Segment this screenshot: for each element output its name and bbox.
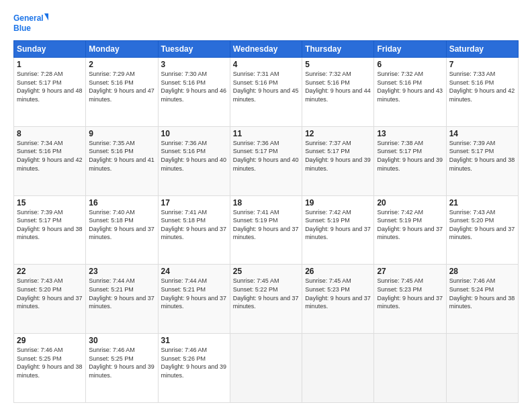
col-header-wednesday: Wednesday	[230, 41, 302, 58]
calendar-cell: 24 Sunrise: 7:44 AMSunset: 5:21 PMDaylig…	[158, 265, 230, 334]
calendar-cell: 29 Sunrise: 7:46 AMSunset: 5:25 PMDaylig…	[14, 334, 86, 403]
week-row-1: 1 Sunrise: 7:28 AMSunset: 5:17 PMDayligh…	[14, 58, 519, 127]
day-number: 9	[89, 129, 154, 138]
day-number: 29	[17, 336, 83, 345]
day-number: 11	[233, 129, 299, 138]
logo: General Blue	[13, 11, 48, 35]
page: General Blue SundayMondayTuesdayWednesda…	[0, 0, 532, 411]
calendar-cell: 26 Sunrise: 7:45 AMSunset: 5:23 PMDaylig…	[302, 265, 374, 334]
calendar-cell	[446, 334, 518, 403]
week-row-2: 8 Sunrise: 7:34 AMSunset: 5:16 PMDayligh…	[14, 126, 519, 195]
calendar-cell	[230, 334, 302, 403]
day-info: Sunrise: 7:42 AMSunset: 5:19 PMDaylight:…	[377, 209, 443, 241]
day-number: 17	[161, 198, 227, 208]
calendar-cell: 21 Sunrise: 7:43 AMSunset: 5:20 PMDaylig…	[446, 195, 518, 265]
day-info: Sunrise: 7:29 AMSunset: 5:16 PMDaylight:…	[89, 71, 154, 103]
calendar-cell: 6 Sunrise: 7:32 AMSunset: 5:16 PMDayligh…	[374, 58, 446, 127]
day-info: Sunrise: 7:46 AMSunset: 5:24 PMDaylight:…	[449, 277, 515, 310]
day-number: 1	[17, 60, 83, 69]
day-number: 10	[161, 129, 227, 138]
calendar-cell: 4 Sunrise: 7:31 AMSunset: 5:16 PMDayligh…	[230, 58, 302, 127]
calendar-cell: 18 Sunrise: 7:41 AMSunset: 5:19 PMDaylig…	[230, 195, 302, 265]
logo-icon: General Blue	[13, 11, 48, 35]
day-info: Sunrise: 7:42 AMSunset: 5:19 PMDaylight:…	[305, 209, 371, 241]
calendar-cell: 2 Sunrise: 7:29 AMSunset: 5:16 PMDayligh…	[86, 58, 158, 127]
calendar-cell: 7 Sunrise: 7:33 AMSunset: 5:16 PMDayligh…	[446, 58, 518, 127]
day-number: 31	[161, 336, 227, 345]
day-info: Sunrise: 7:44 AMSunset: 5:21 PMDaylight:…	[161, 277, 227, 310]
col-header-friday: Friday	[374, 41, 446, 58]
col-header-monday: Monday	[86, 41, 158, 58]
day-info: Sunrise: 7:45 AMSunset: 5:23 PMDaylight:…	[305, 277, 371, 310]
day-number: 6	[377, 60, 443, 69]
day-info: Sunrise: 7:30 AMSunset: 5:16 PMDaylight:…	[161, 71, 227, 103]
day-info: Sunrise: 7:28 AMSunset: 5:17 PMDaylight:…	[17, 71, 83, 103]
day-info: Sunrise: 7:46 AMSunset: 5:26 PMDaylight:…	[161, 347, 227, 379]
day-info: Sunrise: 7:35 AMSunset: 5:16 PMDaylight:…	[89, 140, 154, 172]
calendar-cell: 28 Sunrise: 7:46 AMSunset: 5:24 PMDaylig…	[446, 265, 518, 334]
calendar-cell: 27 Sunrise: 7:45 AMSunset: 5:23 PMDaylig…	[374, 265, 446, 334]
day-info: Sunrise: 7:36 AMSunset: 5:16 PMDaylight:…	[161, 140, 227, 172]
day-info: Sunrise: 7:46 AMSunset: 5:25 PMDaylight:…	[89, 347, 154, 379]
svg-marker-2	[44, 13, 48, 23]
day-info: Sunrise: 7:36 AMSunset: 5:17 PMDaylight:…	[233, 140, 299, 172]
calendar-cell: 13 Sunrise: 7:38 AMSunset: 5:17 PMDaylig…	[374, 126, 446, 195]
calendar-cell: 1 Sunrise: 7:28 AMSunset: 5:17 PMDayligh…	[14, 58, 86, 127]
calendar-cell: 30 Sunrise: 7:46 AMSunset: 5:25 PMDaylig…	[86, 334, 158, 403]
day-number: 12	[305, 129, 371, 138]
day-info: Sunrise: 7:43 AMSunset: 5:20 PMDaylight:…	[17, 277, 83, 310]
day-number: 15	[17, 198, 83, 208]
calendar-cell: 14 Sunrise: 7:39 AMSunset: 5:17 PMDaylig…	[446, 126, 518, 195]
calendar-cell: 22 Sunrise: 7:43 AMSunset: 5:20 PMDaylig…	[14, 265, 86, 334]
col-header-thursday: Thursday	[302, 41, 374, 58]
day-number: 2	[89, 60, 154, 69]
calendar-cell: 10 Sunrise: 7:36 AMSunset: 5:16 PMDaylig…	[158, 126, 230, 195]
day-info: Sunrise: 7:34 AMSunset: 5:16 PMDaylight:…	[17, 140, 83, 172]
week-row-4: 22 Sunrise: 7:43 AMSunset: 5:20 PMDaylig…	[14, 265, 519, 334]
day-number: 22	[17, 267, 83, 276]
day-number: 8	[17, 129, 83, 138]
calendar-cell: 23 Sunrise: 7:44 AMSunset: 5:21 PMDaylig…	[86, 265, 158, 334]
day-number: 20	[377, 198, 443, 208]
day-number: 26	[305, 267, 371, 276]
day-info: Sunrise: 7:38 AMSunset: 5:17 PMDaylight:…	[377, 140, 443, 172]
week-row-5: 29 Sunrise: 7:46 AMSunset: 5:25 PMDaylig…	[14, 334, 519, 403]
day-number: 16	[89, 198, 154, 208]
calendar-cell: 11 Sunrise: 7:36 AMSunset: 5:17 PMDaylig…	[230, 126, 302, 195]
day-number: 24	[161, 267, 227, 276]
calendar-cell: 9 Sunrise: 7:35 AMSunset: 5:16 PMDayligh…	[86, 126, 158, 195]
header: General Blue	[13, 11, 519, 35]
calendar-cell: 5 Sunrise: 7:32 AMSunset: 5:16 PMDayligh…	[302, 58, 374, 127]
day-number: 5	[305, 60, 371, 69]
calendar-cell: 31 Sunrise: 7:46 AMSunset: 5:26 PMDaylig…	[158, 334, 230, 403]
day-number: 18	[233, 198, 299, 208]
day-number: 7	[449, 60, 515, 69]
day-number: 19	[305, 198, 371, 208]
col-header-sunday: Sunday	[14, 41, 86, 58]
day-number: 3	[161, 60, 227, 69]
calendar-cell: 8 Sunrise: 7:34 AMSunset: 5:16 PMDayligh…	[14, 126, 86, 195]
day-number: 4	[233, 60, 299, 69]
calendar-cell: 19 Sunrise: 7:42 AMSunset: 5:19 PMDaylig…	[302, 195, 374, 265]
calendar-cell	[374, 334, 446, 403]
day-info: Sunrise: 7:39 AMSunset: 5:17 PMDaylight:…	[17, 209, 83, 241]
day-info: Sunrise: 7:46 AMSunset: 5:25 PMDaylight:…	[17, 347, 83, 379]
day-number: 27	[377, 267, 443, 276]
calendar-cell: 12 Sunrise: 7:37 AMSunset: 5:17 PMDaylig…	[302, 126, 374, 195]
calendar-cell: 25 Sunrise: 7:45 AMSunset: 5:22 PMDaylig…	[230, 265, 302, 334]
day-info: Sunrise: 7:44 AMSunset: 5:21 PMDaylight:…	[89, 277, 154, 310]
col-header-tuesday: Tuesday	[158, 41, 230, 58]
svg-text:Blue: Blue	[13, 24, 31, 33]
day-number: 14	[449, 129, 515, 138]
day-info: Sunrise: 7:33 AMSunset: 5:16 PMDaylight:…	[449, 71, 515, 103]
day-info: Sunrise: 7:37 AMSunset: 5:17 PMDaylight:…	[305, 140, 371, 172]
day-info: Sunrise: 7:40 AMSunset: 5:18 PMDaylight:…	[89, 209, 154, 241]
calendar-cell: 20 Sunrise: 7:42 AMSunset: 5:19 PMDaylig…	[374, 195, 446, 265]
day-info: Sunrise: 7:32 AMSunset: 5:16 PMDaylight:…	[305, 71, 371, 103]
calendar-cell: 3 Sunrise: 7:30 AMSunset: 5:16 PMDayligh…	[158, 58, 230, 127]
day-info: Sunrise: 7:32 AMSunset: 5:16 PMDaylight:…	[377, 71, 443, 103]
day-number: 28	[449, 267, 515, 276]
day-number: 23	[89, 267, 154, 276]
day-info: Sunrise: 7:31 AMSunset: 5:16 PMDaylight:…	[233, 71, 299, 103]
day-info: Sunrise: 7:41 AMSunset: 5:19 PMDaylight:…	[233, 209, 299, 241]
